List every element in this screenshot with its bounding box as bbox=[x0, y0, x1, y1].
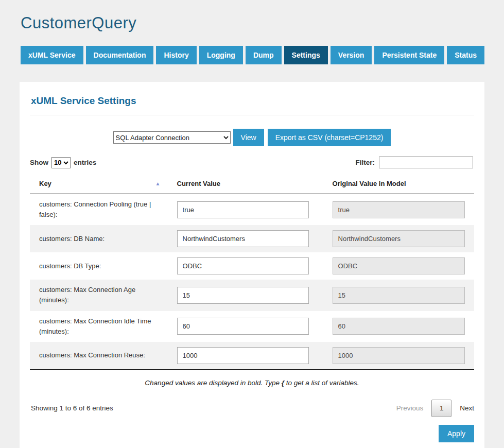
table-header-row: Key ▲ Current Value Original Value in Mo… bbox=[30, 175, 474, 194]
next-page-button[interactable]: Next bbox=[460, 404, 474, 412]
setting-key: customers: DB Name: bbox=[30, 225, 168, 252]
export-csv-button[interactable]: Export as CSV (charset=CP1252) bbox=[268, 129, 391, 146]
table-row: customers: DB Name: bbox=[30, 225, 474, 252]
original-value-field bbox=[333, 318, 465, 335]
adapter-controls: SQL Adapter Connection View Export as CS… bbox=[30, 129, 474, 146]
current-value-input[interactable] bbox=[177, 230, 309, 247]
page: CustomerQuery xUML Service Documentation… bbox=[0, 0, 504, 448]
show-entries: Show 10 entries bbox=[30, 157, 96, 168]
showing-info: Showing 1 to 6 of 6 entries bbox=[30, 404, 113, 412]
setting-key: customers: Connection Pooling (true | fa… bbox=[30, 194, 168, 226]
tab-logging[interactable]: Logging bbox=[199, 46, 243, 64]
tab-history[interactable]: History bbox=[156, 46, 196, 64]
show-label: Show bbox=[30, 159, 48, 166]
pagination: Previous 1 Next bbox=[396, 400, 474, 417]
table-row: customers: Max Connection Age (minutes): bbox=[30, 280, 474, 311]
original-value-field bbox=[333, 230, 465, 247]
tab-settings[interactable]: Settings bbox=[284, 46, 328, 64]
previous-page-button[interactable]: Previous bbox=[396, 404, 424, 412]
current-value-input[interactable] bbox=[177, 347, 309, 364]
table-row: customers: Connection Pooling (true | fa… bbox=[30, 194, 474, 226]
panel-header: xUML Service Settings bbox=[30, 82, 474, 115]
current-value-input[interactable] bbox=[177, 287, 309, 304]
adapter-select[interactable]: SQL Adapter Connection bbox=[113, 131, 231, 144]
setting-key: customers: Max Connection Idle Time (min… bbox=[30, 311, 168, 342]
apply-button[interactable]: Apply bbox=[439, 425, 474, 442]
app-title: CustomerQuery bbox=[21, 14, 504, 32]
table-row: customers: DB Type: bbox=[30, 252, 474, 280]
original-value-field bbox=[333, 201, 465, 218]
hint-text: Changed values are displayed in bold. Ty… bbox=[30, 379, 474, 387]
entries-label: entries bbox=[74, 159, 96, 166]
filter-input[interactable] bbox=[379, 157, 473, 168]
page-length-select[interactable]: 10 bbox=[51, 157, 71, 168]
tab-status[interactable]: Status bbox=[447, 46, 484, 64]
filter-label: Filter: bbox=[355, 159, 375, 166]
table-footer: Showing 1 to 6 of 6 entries Previous 1 N… bbox=[30, 400, 474, 417]
column-header-original-value[interactable]: Original Value in Model bbox=[323, 175, 474, 194]
original-value-field bbox=[333, 257, 465, 274]
tab-xuml-service[interactable]: xUML Service bbox=[21, 46, 83, 64]
view-button[interactable]: View bbox=[233, 129, 264, 146]
page-number-button[interactable]: 1 bbox=[431, 400, 451, 417]
original-value-field bbox=[333, 287, 465, 304]
tab-documentation[interactable]: Documentation bbox=[86, 46, 154, 64]
setting-key: customers: Max Connection Age (minutes): bbox=[30, 280, 168, 311]
apply-row: Apply bbox=[30, 425, 474, 442]
table-row: customers: Max Connection Reuse: bbox=[30, 342, 474, 370]
tab-persistent-state[interactable]: Persistent State bbox=[374, 46, 444, 64]
column-header-key[interactable]: Key ▲ bbox=[30, 175, 168, 194]
settings-panel: xUML Service Settings SQL Adapter Connec… bbox=[20, 82, 484, 448]
table-row: customers: Max Connection Idle Time (min… bbox=[30, 311, 474, 342]
tab-dump[interactable]: Dump bbox=[246, 46, 282, 64]
sort-ascending-icon: ▲ bbox=[155, 181, 161, 186]
table-controls: Show 10 entries Filter: bbox=[30, 157, 474, 168]
setting-key: customers: Max Connection Reuse: bbox=[30, 342, 168, 370]
tab-bar: xUML Service Documentation History Loggi… bbox=[21, 46, 484, 64]
current-value-input[interactable] bbox=[177, 257, 309, 274]
filter-control: Filter: bbox=[355, 157, 473, 168]
settings-table: Key ▲ Current Value Original Value in Mo… bbox=[30, 175, 474, 370]
tab-version[interactable]: Version bbox=[331, 46, 372, 64]
current-value-input[interactable] bbox=[177, 201, 309, 218]
current-value-input[interactable] bbox=[177, 318, 309, 335]
column-header-current-value[interactable]: Current Value bbox=[168, 175, 323, 194]
original-value-field bbox=[333, 347, 465, 364]
setting-key: customers: DB Type: bbox=[30, 252, 168, 280]
panel-title: xUML Service Settings bbox=[31, 95, 474, 107]
